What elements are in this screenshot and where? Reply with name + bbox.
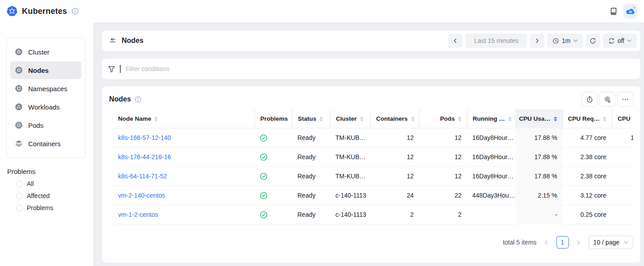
- status-ok-icon: [260, 153, 267, 161]
- column-header-pods[interactable]: Pods: [419, 110, 467, 128]
- column-header-cpu_request[interactable]: CPU Req…: [563, 110, 612, 128]
- column-header-containers[interactable]: Containers: [370, 110, 419, 128]
- radio-icon[interactable]: [16, 193, 23, 199]
- cell-cluster: TM-KUB…: [330, 167, 370, 186]
- docs-book-icon[interactable]: [607, 5, 620, 17]
- column-header-running[interactable]: Running …: [467, 110, 516, 128]
- sidebar-item-label: Nodes: [28, 67, 49, 74]
- table-row: k8s-64-114-71-52ReadyTM-KUB…121216Day8Ho…: [113, 167, 633, 186]
- cell-containers: 12: [370, 128, 419, 148]
- sidebar-item-workloads[interactable]: Workloads: [10, 98, 81, 116]
- pagination-next-icon[interactable]: [573, 237, 584, 248]
- radio-icon[interactable]: [16, 181, 23, 187]
- cell-pods: 12: [419, 128, 467, 148]
- cell-running: 16Day8Hour…: [467, 167, 516, 186]
- problems-radio-problems[interactable]: Problems: [16, 204, 86, 211]
- column-header-cpu_usage[interactable]: CPU Usa…: [516, 110, 563, 128]
- sort-icon[interactable]: [603, 117, 606, 121]
- problems-radio-all[interactable]: All: [16, 180, 86, 187]
- auto-refresh-icon: [608, 38, 615, 44]
- cell-value: 12: [407, 153, 414, 160]
- column-label: CPU Req…: [568, 115, 600, 122]
- auto-refresh-dropdown[interactable]: off: [603, 34, 637, 48]
- node-link[interactable]: vm-1-2-centos: [118, 211, 158, 218]
- filter-funnel-icon: [108, 65, 115, 73]
- radio-label: Affected: [27, 192, 50, 199]
- cell-value: Ready: [297, 153, 315, 160]
- export-button[interactable]: [581, 92, 597, 107]
- collapse-sidebar-icon[interactable]: [106, 34, 119, 47]
- node-link[interactable]: k8s-64-114-71-52: [118, 173, 167, 180]
- node-link[interactable]: k8s-166-57-12-140: [118, 134, 171, 141]
- table-row: k8s-176-44-216-16ReadyTM-KUB…121216Day8H…: [113, 148, 633, 167]
- panel-header: Nodes: [109, 86, 633, 110]
- cell-value: 12: [454, 134, 462, 141]
- cell-name: vm-1-2-centos: [113, 205, 254, 224]
- column-header-cpu_limit: CPU: [612, 110, 633, 128]
- sidebar-item-namespaces[interactable]: Namespaces: [10, 80, 81, 97]
- sidebar-item-label: Workloads: [28, 103, 60, 111]
- time-forward-button[interactable]: [530, 34, 544, 48]
- node-link[interactable]: k8s-176-44-216-16: [118, 153, 171, 160]
- sort-icon[interactable]: [458, 117, 462, 121]
- filter-input[interactable]: Filter conditions: [126, 65, 169, 72]
- column-header-problems: Problems: [254, 110, 292, 128]
- node-link[interactable]: vm-2-140-centos: [118, 192, 165, 199]
- table-settings-button[interactable]: [599, 92, 615, 107]
- cell-value: Ready: [297, 173, 315, 180]
- cell-value: -: [555, 211, 557, 218]
- more-actions-button[interactable]: [617, 92, 633, 107]
- page-size-select[interactable]: 10 / page: [589, 236, 633, 249]
- cell-value: 12: [407, 134, 414, 141]
- sort-icon[interactable]: [554, 117, 557, 121]
- filter-bar[interactable]: Filter conditions: [102, 59, 640, 79]
- cell-value: 16Day8Hour…: [472, 153, 514, 160]
- cell-status: Ready: [292, 148, 330, 167]
- cell-status: Ready: [292, 128, 330, 148]
- sidebar-item-nodes[interactable]: Nodes: [10, 61, 81, 79]
- cell-problems: [254, 128, 292, 148]
- sidebar-item-pods[interactable]: Pods: [10, 116, 81, 134]
- chevron-down-icon: [573, 39, 578, 42]
- sort-icon[interactable]: [154, 117, 158, 121]
- sort-icon[interactable]: [411, 117, 415, 121]
- column-header-status[interactable]: Status: [292, 110, 330, 128]
- cell-value: TM-KUB…: [335, 153, 366, 160]
- cell-running: 16Day8Hour…: [467, 148, 516, 167]
- cell-cpu_limit: [612, 148, 633, 167]
- cell-value: c-140-1113: [335, 192, 366, 199]
- radio-icon[interactable]: [16, 205, 23, 211]
- cell-value: 4.77 core: [580, 134, 606, 141]
- pagination-page-1[interactable]: 1: [556, 236, 569, 249]
- nodes-panel: Nodes: [102, 86, 640, 262]
- column-label: Status: [298, 115, 316, 122]
- sort-icon[interactable]: [508, 117, 512, 121]
- cell-value: 448Day3Hou…: [472, 192, 515, 199]
- cell-value: 12: [407, 173, 414, 180]
- sidebar-item-containers[interactable]: Containers: [10, 135, 81, 152]
- cell-name: k8s-176-44-216-16: [113, 148, 254, 167]
- status-ok-icon: [260, 211, 267, 219]
- column-header-cluster[interactable]: Cluster: [330, 110, 370, 128]
- cell-name: k8s-166-57-12-140: [113, 128, 254, 148]
- time-range-button[interactable]: Last 15 minutes: [465, 34, 527, 48]
- info-icon[interactable]: [72, 8, 79, 15]
- info-icon[interactable]: [135, 96, 141, 103]
- cell-cpu_limit: [612, 167, 633, 186]
- sort-icon[interactable]: [319, 117, 323, 121]
- cell-cpu_request: 2.38 core: [563, 148, 612, 167]
- problems-radio-affected[interactable]: Affected: [16, 192, 86, 199]
- pagination-prev-icon[interactable]: [541, 237, 552, 248]
- sort-icon[interactable]: [360, 117, 364, 121]
- time-back-button[interactable]: [448, 34, 462, 48]
- sidebar-item-label: Pods: [28, 122, 43, 129]
- sidebar-item-cluster[interactable]: Cluster: [10, 43, 81, 61]
- column-label: Pods: [440, 115, 455, 122]
- refresh-button[interactable]: [586, 34, 600, 48]
- column-header-name[interactable]: Node Name: [113, 110, 254, 128]
- ai-assistant-icon[interactable]: AI: [623, 4, 638, 18]
- interval-dropdown[interactable]: 1m: [547, 34, 583, 48]
- cell-containers: 12: [370, 167, 419, 186]
- cell-containers: 24: [370, 186, 419, 205]
- cell-value: 2.38 core: [580, 173, 606, 180]
